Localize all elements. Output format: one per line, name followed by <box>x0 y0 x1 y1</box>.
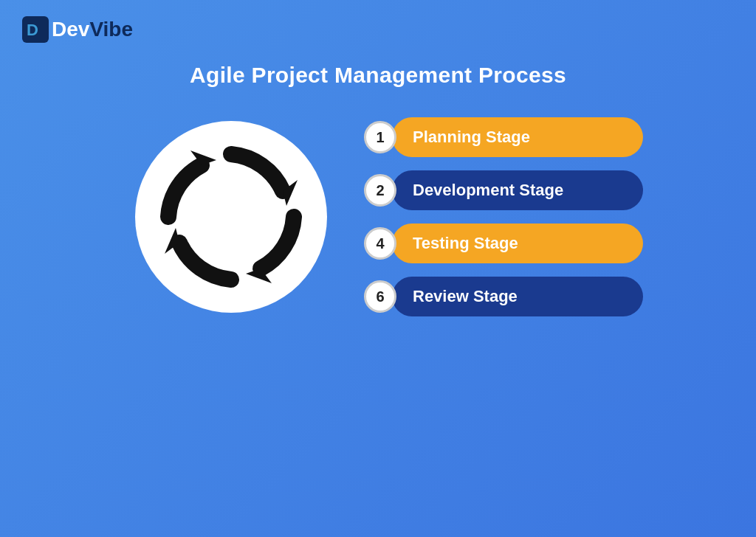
stage-row-1: 1 Planning Stage <box>364 117 643 157</box>
logo-icon: D <box>22 16 49 43</box>
svg-text:D: D <box>27 21 38 39</box>
logo-dev: Dev <box>52 18 89 41</box>
stage-row-4: 4 Testing Stage <box>364 224 643 263</box>
stage-label-planning: Planning Stage <box>413 128 530 147</box>
stage-number-1: 1 <box>364 121 396 153</box>
stage-row-6: 6 Review Stage <box>364 277 643 316</box>
page-title: Agile Project Management Process <box>190 63 566 88</box>
stage-number-6: 6 <box>364 280 396 313</box>
stage-number-2: 2 <box>364 174 396 207</box>
stage-number-4: 4 <box>364 227 396 260</box>
stage-label-review: Review Stage <box>413 287 518 306</box>
stages-list: 1 Planning Stage 2 Development Stage 4 <box>364 117 643 316</box>
stage-label-development: Development Stage <box>413 181 563 200</box>
agile-diagram <box>135 121 327 313</box>
outer-circle <box>135 121 327 313</box>
logo: D DevVibe <box>22 16 133 43</box>
main-container: D DevVibe Agile Project Management Proce… <box>0 0 756 537</box>
stage-row-2: 2 Development Stage <box>364 170 643 210</box>
content-area: 1 Planning Stage 2 Development Stage 4 <box>0 117 756 316</box>
stage-bar-development: Development Stage <box>392 170 643 210</box>
stage-bar-planning: Planning Stage <box>392 117 643 157</box>
stage-label-testing: Testing Stage <box>413 234 518 253</box>
stage-bar-testing: Testing Stage <box>392 224 643 263</box>
logo-text: DevVibe <box>52 18 133 41</box>
stage-bar-review: Review Stage <box>392 277 643 316</box>
agile-arrows-svg <box>146 132 316 302</box>
logo-vibe: Vibe <box>89 18 133 41</box>
